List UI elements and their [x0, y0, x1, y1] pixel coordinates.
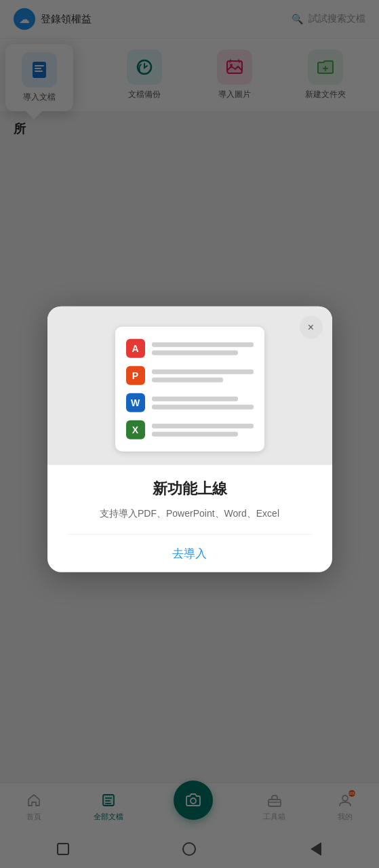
doc-line [152, 377, 223, 382]
word-icon: W [126, 393, 145, 412]
doc-lines-ppt [152, 369, 254, 382]
modal-action-button[interactable]: 去導入 [172, 546, 207, 561]
pdf-icon: A [126, 339, 145, 358]
modal-dialog: × A P W [47, 307, 332, 572]
doc-line [152, 423, 254, 428]
doc-row-pdf: A [126, 339, 254, 358]
doc-lines-excel [152, 423, 254, 436]
modal-action-area: 去導入 [47, 535, 332, 572]
doc-line [152, 431, 239, 436]
doc-row-ppt: P [126, 366, 254, 385]
doc-preview: A P W [115, 327, 264, 452]
modal-close-button[interactable]: × [300, 316, 323, 339]
doc-row-word: W [126, 393, 254, 412]
doc-line [152, 342, 254, 347]
modal-description: 支持導入PDF、PowerPoint、Word、Excel [68, 506, 312, 521]
ppt-icon: P [126, 366, 145, 385]
modal-title: 新功能上線 [68, 479, 312, 499]
doc-row-excel: X [126, 420, 254, 439]
doc-line [152, 369, 254, 374]
doc-lines-word [152, 396, 254, 409]
modal-content: 新功能上線 支持導入PDF、PowerPoint、Word、Excel [47, 465, 332, 535]
doc-lines-pdf [152, 342, 254, 355]
doc-line [152, 350, 239, 355]
modal-image-area: A P W [47, 307, 332, 465]
excel-icon: X [126, 420, 145, 439]
doc-line [152, 396, 239, 401]
doc-line [152, 404, 254, 409]
